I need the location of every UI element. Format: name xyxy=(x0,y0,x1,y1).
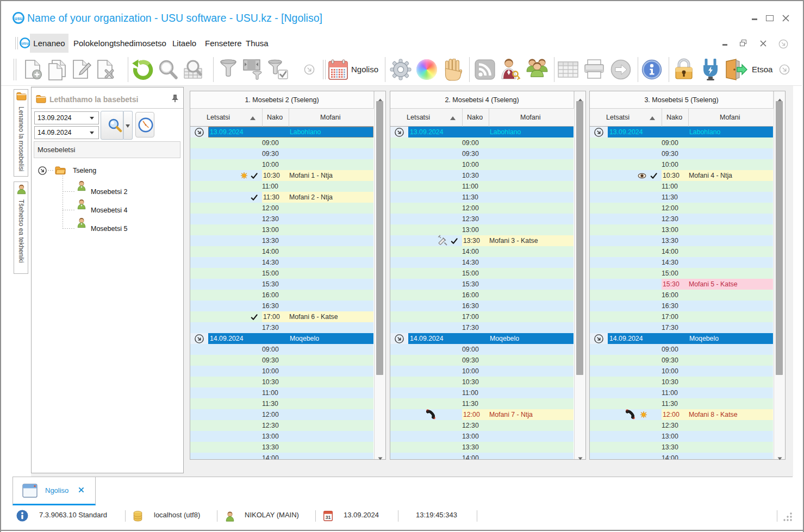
svg-text:usu: usu xyxy=(14,16,22,21)
svg-text:31: 31 xyxy=(326,515,331,520)
svg-text:usu: usu xyxy=(21,41,29,46)
